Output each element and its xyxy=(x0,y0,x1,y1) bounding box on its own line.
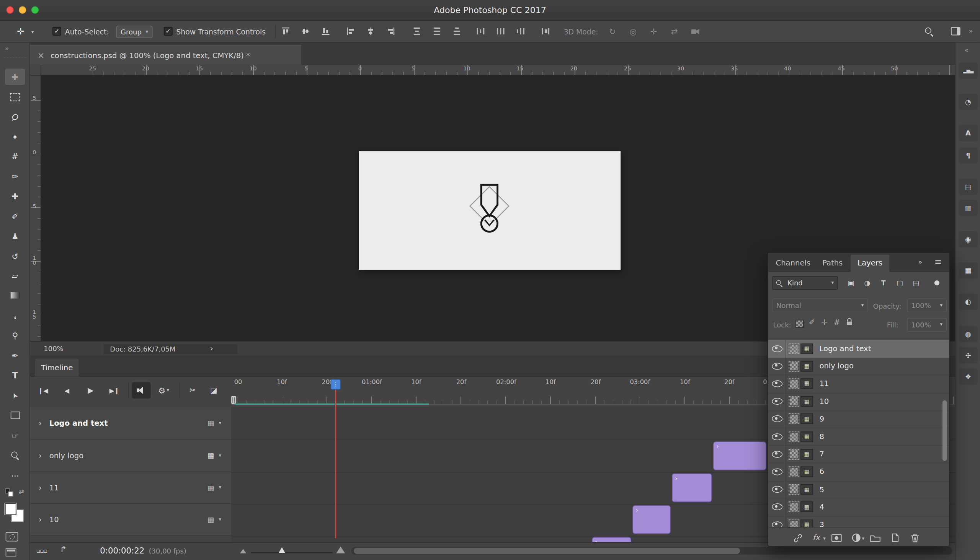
eyedropper-tool[interactable]: ✑ xyxy=(5,168,25,184)
video-clip[interactable]: › xyxy=(592,537,631,542)
align-right-edges-icon[interactable] xyxy=(384,24,397,38)
paragraph-panel-icon[interactable]: ¶ xyxy=(958,147,977,163)
move-tool[interactable]: ✛ xyxy=(5,69,25,85)
align-vertical-centers-icon[interactable] xyxy=(299,24,313,38)
split-at-playhead-button[interactable]: ✂ xyxy=(183,382,202,398)
zoom-tool[interactable] xyxy=(5,447,25,463)
layer-style-icon[interactable]: fx xyxy=(811,532,822,543)
work-area-bar[interactable] xyxy=(234,403,429,405)
next-frame-button[interactable]: ▶❙ xyxy=(105,382,124,398)
vertical-ruler[interactable]: 5 0 5 10 15 xyxy=(30,76,41,341)
navigator-panel-icon[interactable]: ◔ xyxy=(958,94,977,110)
timeline-zoom-slider-thumb[interactable] xyxy=(279,547,285,553)
filter-type-layers-icon[interactable]: T xyxy=(875,276,891,290)
fx-chevron-icon[interactable]: ▾ xyxy=(823,536,826,541)
layer-thumbnail[interactable]: ▦ xyxy=(790,361,813,372)
dodge-tool[interactable]: ⚲ xyxy=(5,327,25,343)
zoom-in-icon[interactable] xyxy=(336,547,345,553)
layer-row[interactable]: ▦ Logo and text xyxy=(768,340,949,358)
ruler-corner[interactable] xyxy=(30,65,41,76)
visibility-cell[interactable] xyxy=(768,392,786,410)
align-horizontal-centers-icon[interactable] xyxy=(364,24,378,38)
track-row-logo-and-text[interactable]: › Logo and text ▦ ▾ xyxy=(30,407,231,440)
layer-row[interactable]: ▦ 6 xyxy=(768,463,949,481)
layer-name[interactable]: 7 xyxy=(819,450,824,458)
filter-toggle-icon[interactable] xyxy=(935,280,940,285)
track-filmstrip-icon[interactable]: ▦ xyxy=(207,516,214,524)
document-tab[interactable]: × constructions.psd @ 100% (Logo and tex… xyxy=(30,45,301,65)
track-filmstrip-icon[interactable]: ▦ xyxy=(207,452,214,459)
auto-select-dropdown[interactable]: Group▾ xyxy=(116,26,153,38)
go-to-first-frame-button[interactable]: ❙◀ xyxy=(34,382,52,398)
timeline-zoom-slider[interactable] xyxy=(251,552,332,553)
layer-thumbnail[interactable]: ▦ xyxy=(790,343,813,354)
track-filmstrip-icon[interactable]: ▦ xyxy=(207,419,214,427)
layer-row[interactable]: ▦ 10 xyxy=(768,392,949,411)
options-collapse-icon[interactable]: » xyxy=(969,27,973,35)
close-document-icon[interactable]: × xyxy=(37,50,44,60)
zoom-window-button[interactable] xyxy=(32,6,39,14)
distribute-spacing-icon[interactable] xyxy=(538,24,552,38)
default-colors-bg-icon[interactable] xyxy=(8,492,13,497)
paths-panel-icon[interactable]: ✣ xyxy=(958,347,977,363)
clip-disclosure-icon[interactable]: › xyxy=(635,507,638,513)
adjustment-chevron-icon[interactable]: ▾ xyxy=(862,536,865,541)
layer-name[interactable]: 6 xyxy=(819,467,824,476)
track-disclosure-icon[interactable]: › xyxy=(38,483,42,492)
layer-name[interactable]: 3 xyxy=(819,520,824,527)
layer-thumbnail[interactable]: ▦ xyxy=(790,378,813,389)
filter-smart-objects-icon[interactable]: ▤ xyxy=(908,276,924,290)
layer-thumbnail[interactable]: ▦ xyxy=(790,467,813,477)
track-filmstrip-icon[interactable]: ▦ xyxy=(207,483,214,492)
track-row-10[interactable]: › 10 ▦ ▾ xyxy=(30,504,231,536)
lock-artboard-icon[interactable]: # xyxy=(834,318,840,327)
layer-name[interactable]: 11 xyxy=(819,380,829,388)
slide-3d-icon[interactable]: ⇄ xyxy=(667,25,682,38)
add-layer-mask-icon[interactable] xyxy=(831,532,842,543)
path-selection-tool[interactable]: ➤ xyxy=(5,387,25,403)
workspace-switcher-icon[interactable] xyxy=(948,26,962,37)
history-brush-tool[interactable]: ↺ xyxy=(5,248,25,264)
type-tool[interactable]: T xyxy=(5,367,25,383)
work-area-start-handle[interactable] xyxy=(231,396,236,404)
tab-paths[interactable]: Paths xyxy=(817,255,848,272)
align-top-edges-icon[interactable] xyxy=(279,24,293,38)
show-transform-controls-checkbox[interactable]: ✓ xyxy=(164,27,173,35)
minimize-window-button[interactable] xyxy=(19,6,27,14)
adjustment-layer-icon[interactable] xyxy=(851,532,862,543)
layer-row[interactable]: ▦ 9 xyxy=(768,410,949,428)
layer-row[interactable]: ▦ 11 xyxy=(768,375,949,393)
track-options-chevron-icon[interactable]: ▾ xyxy=(219,485,221,490)
quick-selection-tool[interactable]: ✦ xyxy=(5,128,25,145)
track-row-11[interactable]: › 11 ▦ ▾ xyxy=(30,472,231,504)
mute-audio-button[interactable] xyxy=(132,382,151,398)
filter-shape-layers-icon[interactable]: ▢ xyxy=(892,276,908,290)
delete-layer-icon[interactable] xyxy=(910,532,921,543)
panel-expand-icon[interactable]: » xyxy=(918,258,922,266)
lock-all-icon[interactable] xyxy=(846,318,853,328)
roll-3d-icon[interactable]: ◎ xyxy=(625,25,641,38)
tool-preset-chevron-icon[interactable]: ▾ xyxy=(32,30,34,35)
visibility-cell[interactable] xyxy=(768,498,786,516)
layer-thumbnail[interactable]: ▦ xyxy=(790,502,813,513)
video-clip[interactable]: › xyxy=(672,473,712,502)
close-window-button[interactable] xyxy=(6,6,14,14)
rotate-3d-icon[interactable]: ↻ xyxy=(605,25,620,38)
filter-pixel-layers-icon[interactable]: ▣ xyxy=(843,276,859,290)
artboard[interactable] xyxy=(359,151,620,270)
swatches-panel-icon[interactable]: ▦ xyxy=(958,262,977,278)
quick-mask-icon[interactable] xyxy=(6,532,18,541)
distribute-right-edges-icon[interactable] xyxy=(514,24,527,38)
track-disclosure-icon[interactable]: › xyxy=(38,452,42,460)
swap-colors-icon[interactable]: ⇄ xyxy=(19,488,24,495)
edit-toolbar-button[interactable]: ⋯ xyxy=(5,467,25,483)
distribute-horizontal-centers-icon[interactable] xyxy=(494,24,508,38)
rectangle-shape-tool[interactable] xyxy=(5,407,25,423)
pen-tool[interactable]: ✒ xyxy=(5,347,25,363)
layer-row[interactable]: ▦ 5 xyxy=(768,480,949,499)
video-clip[interactable]: › xyxy=(632,505,671,534)
zoom-out-icon[interactable] xyxy=(240,549,246,553)
layer-thumbnail[interactable]: ▦ xyxy=(790,520,813,527)
layer-row[interactable]: ▦ only logo xyxy=(768,357,949,376)
timeline-tab[interactable]: Timeline xyxy=(35,358,79,377)
